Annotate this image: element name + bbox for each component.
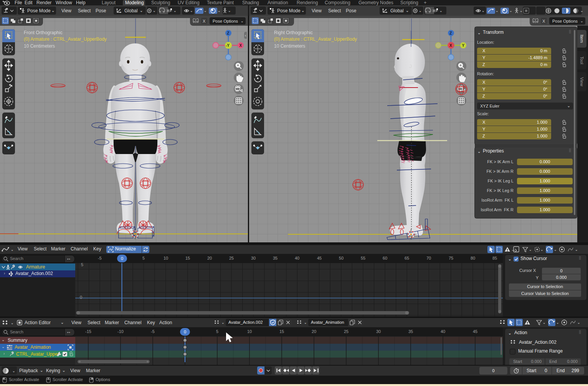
svg-text:⌄: ⌄ — [556, 321, 559, 325]
svg-text:⌄: ⌄ — [575, 248, 578, 252]
svg-text:Z: Z — [227, 31, 229, 35]
svg-text:⌄: ⌄ — [11, 248, 14, 252]
svg-text:⌄: ⌄ — [11, 321, 14, 325]
svg-text:⌄: ⌄ — [439, 9, 443, 13]
svg-text:X: X — [449, 43, 452, 48]
svg-text:⌄: ⌄ — [554, 248, 557, 252]
svg-text:⌄: ⌄ — [221, 321, 225, 325]
svg-text:⌄: ⌄ — [580, 9, 583, 13]
svg-text:Pose Options: Pose Options — [552, 19, 578, 23]
svg-text:X: X — [239, 43, 242, 48]
svg-text:⌄: ⌄ — [482, 9, 485, 13]
svg-text:⌄: ⌄ — [228, 9, 231, 13]
svg-text:⌄: ⌄ — [204, 9, 207, 13]
svg-text:X: X — [203, 19, 206, 23]
svg-text:⌄: ⌄ — [241, 19, 244, 23]
svg-text:⌄: ⌄ — [173, 9, 177, 13]
svg-text:⌄: ⌄ — [218, 9, 221, 13]
svg-text:⌄: ⌄ — [580, 19, 583, 23]
svg-text:-Y: -Y — [226, 43, 230, 48]
svg-text:‹: ‹ — [245, 33, 246, 38]
svg-text:⌄: ⌄ — [190, 9, 193, 13]
svg-text:Pose Options: Pose Options — [213, 19, 238, 23]
svg-text:⌄: ⌄ — [543, 321, 546, 325]
svg-text:⌄: ⌄ — [419, 9, 422, 13]
svg-text:⌄: ⌄ — [304, 321, 307, 325]
svg-text:X: X — [542, 19, 545, 23]
svg-text:⌄: ⌄ — [577, 321, 580, 325]
svg-text:⌄: ⌄ — [520, 9, 523, 13]
svg-text:⌄: ⌄ — [540, 248, 543, 252]
svg-text:⌄: ⌄ — [529, 248, 532, 252]
svg-text:⌄: ⌄ — [153, 9, 156, 13]
svg-text:Y: Y — [462, 43, 465, 48]
svg-text:⌄: ⌄ — [496, 9, 499, 13]
svg-text:Z: Z — [449, 31, 452, 35]
svg-text:⌄: ⌄ — [12, 369, 15, 373]
svg-text:⌄: ⌄ — [509, 9, 512, 13]
